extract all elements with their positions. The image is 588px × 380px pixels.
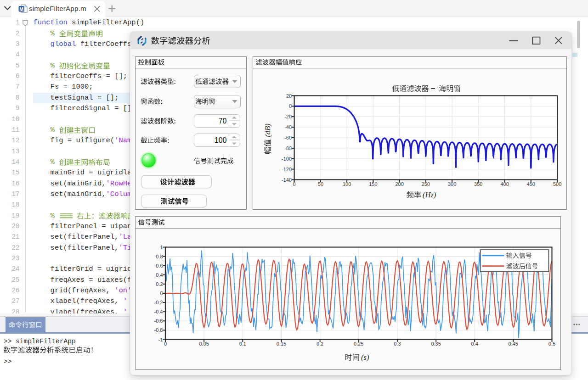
svg-text:0.4: 0.4 (471, 341, 478, 346)
svg-text:-20: -20 (284, 114, 292, 119)
svg-text:-120: -120 (282, 167, 292, 172)
svg-text:250: 250 (422, 181, 430, 187)
svg-text:0.5: 0.5 (548, 341, 555, 346)
svg-text:-0.4: -0.4 (154, 309, 163, 314)
svg-text:0: 0 (293, 181, 296, 187)
svg-text:0.1: 0.1 (239, 341, 246, 346)
svg-text:-60: -60 (284, 135, 292, 140)
svg-text:500: 500 (553, 181, 561, 187)
svg-text:-80: -80 (284, 145, 292, 151)
svg-text:0.8: 0.8 (156, 254, 163, 259)
svg-text:0.45: 0.45 (509, 341, 518, 346)
svg-text:50: 50 (318, 181, 323, 187)
svg-text:100: 100 (343, 181, 351, 187)
svg-text:(Hz): (Hz) (423, 190, 436, 199)
svg-text:0.2: 0.2 (317, 341, 323, 346)
svg-text:350: 350 (474, 181, 482, 187)
svg-text:0.15: 0.15 (277, 341, 286, 346)
svg-text:-0.6: -0.6 (154, 318, 163, 324)
svg-text:0.05: 0.05 (199, 341, 209, 346)
svg-text:-0.2: -0.2 (154, 300, 163, 305)
svg-text:20: 20 (286, 93, 292, 99)
svg-text:0.3: 0.3 (394, 341, 401, 346)
svg-text:-40: -40 (284, 124, 292, 130)
svg-text:0.35: 0.35 (431, 341, 441, 346)
svg-text:-0.8: -0.8 (154, 327, 163, 333)
svg-text:0.25: 0.25 (354, 341, 363, 346)
svg-text:200: 200 (395, 181, 403, 187)
svg-text:-140: -140 (282, 177, 292, 183)
svg-text:0: 0 (160, 291, 163, 296)
svg-text:(dB): (dB) (263, 123, 272, 137)
svg-text:400: 400 (500, 181, 509, 187)
svg-text:150: 150 (369, 181, 377, 187)
svg-text:300: 300 (448, 181, 456, 187)
svg-text:0: 0 (164, 341, 167, 346)
svg-text:-1: -1 (158, 337, 163, 342)
svg-text:1: 1 (160, 245, 163, 250)
svg-text:0.4: 0.4 (156, 272, 163, 278)
svg-text:0: 0 (289, 103, 292, 109)
svg-text:(s): (s) (361, 353, 369, 362)
svg-text:-100: -100 (282, 156, 292, 162)
svg-text:0.2: 0.2 (156, 281, 163, 287)
svg-text:0.6: 0.6 (156, 263, 163, 268)
svg-text:450: 450 (527, 181, 535, 187)
